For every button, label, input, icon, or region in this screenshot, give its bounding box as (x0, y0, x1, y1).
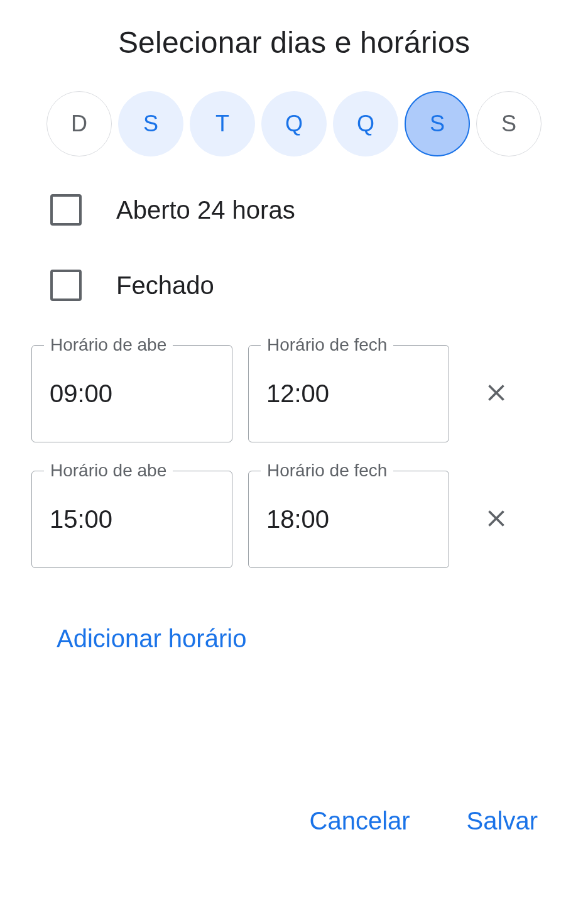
day-selector: D S T Q Q S S (25, 91, 563, 156)
open-24h-row[interactable]: Aberto 24 horas (50, 194, 563, 226)
save-button[interactable]: Salvar (460, 801, 544, 841)
cancel-button[interactable]: Cancelar (303, 801, 416, 841)
dialog-title: Selecionar dias e horários (25, 25, 563, 60)
day-segunda[interactable]: S (118, 91, 183, 156)
day-terca[interactable]: T (190, 91, 255, 156)
close-time-label: Horário de fech (261, 461, 393, 481)
open-time-input[interactable] (31, 471, 232, 568)
close-time-label: Horário de fech (261, 335, 393, 355)
open-time-label: Horário de abe (44, 461, 173, 481)
day-quinta[interactable]: Q (333, 91, 398, 156)
day-domingo[interactable]: D (46, 91, 112, 156)
day-quarta[interactable]: Q (261, 91, 327, 156)
open-time-label: Horário de abe (44, 335, 173, 355)
open-24h-checkbox[interactable] (50, 194, 82, 226)
closed-label: Fechado (116, 271, 214, 300)
open-time-input[interactable] (31, 345, 232, 442)
dialog-actions: Cancelar Salvar (303, 801, 544, 841)
remove-timeslot-button[interactable] (477, 375, 515, 413)
add-hours-button[interactable]: Adicionar horário (57, 625, 246, 653)
close-icon (482, 379, 510, 409)
close-icon (482, 505, 510, 535)
time-row: Horário de abe Horário de fech (31, 345, 563, 442)
closed-checkbox[interactable] (50, 270, 82, 301)
open-24h-label: Aberto 24 horas (116, 196, 295, 224)
close-time-input[interactable] (248, 471, 449, 568)
day-sabado[interactable]: S (476, 91, 542, 156)
close-time-input[interactable] (248, 345, 449, 442)
time-row: Horário de abe Horário de fech (31, 471, 563, 568)
closed-row[interactable]: Fechado (50, 270, 563, 301)
day-sexta[interactable]: S (405, 91, 470, 156)
remove-timeslot-button[interactable] (477, 501, 515, 539)
